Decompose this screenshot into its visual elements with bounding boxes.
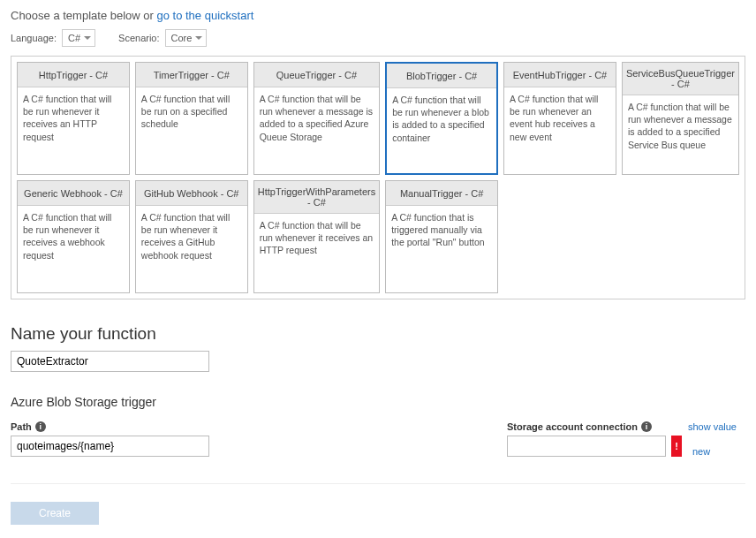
template-title: ServiceBusQueueTrigger - C# xyxy=(623,63,738,95)
template-card[interactable]: TimerTrigger - C#A C# function that will… xyxy=(135,62,248,175)
template-title: BlobTrigger - C# xyxy=(387,64,496,88)
create-button[interactable]: Create xyxy=(11,502,99,525)
filter-bar: Language: C# Scenario: Core xyxy=(11,29,745,47)
template-title: ManualTrigger - C# xyxy=(386,181,497,206)
template-card[interactable]: HttpTrigger - C#A C# function that will … xyxy=(17,62,130,175)
template-desc: A C# function that is triggered manually… xyxy=(386,206,497,254)
quickstart-link[interactable]: go to the quickstart xyxy=(156,9,253,22)
connection-input[interactable] xyxy=(507,436,666,457)
separator xyxy=(11,483,745,484)
template-title: TimerTrigger - C# xyxy=(136,63,247,87)
template-desc: A C# function that will be run whenever … xyxy=(254,87,379,148)
name-heading: Name your function xyxy=(11,324,745,344)
show-value-link[interactable]: show value xyxy=(688,421,737,432)
template-title: EventHubTrigger - C# xyxy=(504,63,616,87)
new-connection-link[interactable]: new xyxy=(692,446,710,457)
template-card[interactable]: ManualTrigger - C#A C# function that is … xyxy=(385,180,498,293)
template-card[interactable]: BlobTrigger - C#A C# function that will … xyxy=(385,62,498,175)
trigger-heading: Azure Blob Storage trigger xyxy=(11,395,745,409)
function-name-input[interactable] xyxy=(11,351,209,372)
template-card[interactable]: Generic Webhook - C#A C# function that w… xyxy=(17,180,130,293)
template-desc: A C# function that will be run whenever … xyxy=(18,87,129,148)
intro-text: Choose a template below or go to the qui… xyxy=(11,9,745,22)
info-icon[interactable]: i xyxy=(35,421,46,432)
language-select[interactable]: C# xyxy=(62,29,95,47)
template-title: Generic Webhook - C# xyxy=(18,181,129,206)
template-title: HttpTriggerWithParameters - C# xyxy=(254,181,379,214)
template-card[interactable]: EventHubTrigger - C#A C# function that w… xyxy=(503,62,616,175)
template-desc: A C# function that will be run whenever … xyxy=(254,214,379,262)
scenario-select[interactable]: Core xyxy=(165,29,208,47)
templates-container: HttpTrigger - C#A C# function that will … xyxy=(11,56,745,299)
template-card[interactable]: ServiceBusQueueTrigger - C#A C# function… xyxy=(622,62,739,175)
template-desc: A C# function that will be run whenever … xyxy=(623,95,738,156)
intro-prefix: Choose a template below or xyxy=(11,9,156,22)
error-icon: ! xyxy=(671,436,682,457)
template-desc: A C# function that will be run whenever … xyxy=(387,88,496,149)
template-desc: A C# function that will be run whenever … xyxy=(18,206,129,267)
template-title: GitHub Webhook - C# xyxy=(136,181,247,206)
template-desc: A C# function that will be run whenever … xyxy=(136,206,247,267)
template-card[interactable]: GitHub Webhook - C#A C# function that wi… xyxy=(135,180,248,293)
path-label: Path xyxy=(11,421,32,432)
template-card[interactable]: HttpTriggerWithParameters - C#A C# funct… xyxy=(253,180,380,293)
template-title: QueueTrigger - C# xyxy=(254,63,379,87)
scenario-label: Scenario: xyxy=(118,33,159,43)
template-card[interactable]: QueueTrigger - C#A C# function that will… xyxy=(253,62,380,175)
connection-label: Storage account connection xyxy=(507,421,638,432)
info-icon[interactable]: i xyxy=(641,421,652,432)
scenario-value: Core xyxy=(171,33,193,43)
template-desc: A C# function that will be run whenever … xyxy=(504,87,616,148)
template-title: HttpTrigger - C# xyxy=(18,63,129,87)
language-label: Language: xyxy=(11,33,57,43)
language-value: C# xyxy=(68,33,80,43)
path-input[interactable] xyxy=(11,436,209,457)
template-desc: A C# function that will be run on a spec… xyxy=(136,87,247,136)
